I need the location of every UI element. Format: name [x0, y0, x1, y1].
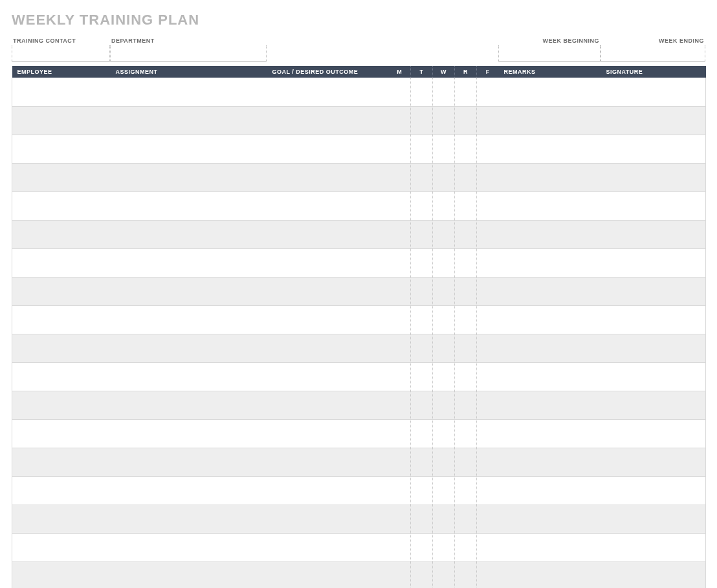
day-r-cell-input[interactable]: [459, 222, 472, 247]
employee-cell-input[interactable]: [16, 478, 107, 503]
day-t-cell-input[interactable]: [415, 336, 428, 361]
day-r-cell-input[interactable]: [459, 535, 472, 560]
day-r-cell-input[interactable]: [459, 165, 472, 190]
day-m-cell-input[interactable]: [393, 421, 407, 446]
employee-cell-input[interactable]: [16, 307, 107, 332]
day-r-cell-input[interactable]: [459, 450, 472, 475]
employee-cell-input[interactable]: [16, 336, 107, 361]
day-t-cell-input[interactable]: [415, 108, 428, 133]
goal-cell-input[interactable]: [271, 393, 385, 418]
remarks-cell-input[interactable]: [503, 279, 597, 304]
day-f-cell-input[interactable]: [481, 193, 495, 219]
goal-cell-input[interactable]: [271, 279, 385, 304]
week-beginning-input[interactable]: [498, 45, 601, 62]
day-t-cell-input[interactable]: [415, 450, 428, 475]
assignment-cell-input[interactable]: [115, 478, 263, 503]
day-m-cell-input[interactable]: [393, 450, 407, 475]
employee-cell-input[interactable]: [16, 421, 107, 446]
goal-cell-input[interactable]: [271, 307, 385, 332]
goal-cell-input[interactable]: [271, 165, 385, 190]
remarks-cell-input[interactable]: [503, 165, 597, 190]
signature-cell-input[interactable]: [605, 165, 702, 190]
remarks-cell-input[interactable]: [503, 506, 597, 532]
day-m-cell-input[interactable]: [393, 563, 407, 589]
remarks-cell-input[interactable]: [503, 450, 597, 475]
assignment-cell-input[interactable]: [115, 222, 263, 247]
assignment-cell-input[interactable]: [115, 535, 263, 560]
day-t-cell-input[interactable]: [415, 478, 428, 503]
day-r-cell-input[interactable]: [459, 136, 472, 162]
day-t-cell-input[interactable]: [415, 506, 428, 532]
goal-cell-input[interactable]: [271, 450, 385, 475]
employee-cell-input[interactable]: [16, 563, 107, 589]
day-m-cell-input[interactable]: [393, 108, 407, 133]
day-f-cell-input[interactable]: [481, 364, 495, 389]
day-f-cell-input[interactable]: [481, 79, 495, 105]
day-f-cell-input[interactable]: [481, 279, 495, 304]
day-m-cell-input[interactable]: [393, 279, 407, 304]
day-w-cell-input[interactable]: [437, 136, 450, 162]
day-r-cell-input[interactable]: [459, 364, 472, 389]
training-contact-input[interactable]: [12, 45, 110, 62]
assignment-cell-input[interactable]: [115, 307, 263, 332]
day-m-cell-input[interactable]: [393, 478, 407, 503]
day-w-cell-input[interactable]: [437, 222, 450, 247]
assignment-cell-input[interactable]: [115, 250, 263, 276]
employee-cell-input[interactable]: [16, 165, 107, 190]
day-f-cell-input[interactable]: [481, 222, 495, 247]
remarks-cell-input[interactable]: [503, 222, 597, 247]
employee-cell-input[interactable]: [16, 279, 107, 304]
assignment-cell-input[interactable]: [115, 136, 263, 162]
remarks-cell-input[interactable]: [503, 336, 597, 361]
day-f-cell-input[interactable]: [481, 393, 495, 418]
day-w-cell-input[interactable]: [437, 79, 450, 105]
day-f-cell-input[interactable]: [481, 478, 495, 503]
goal-cell-input[interactable]: [271, 506, 385, 532]
day-w-cell-input[interactable]: [437, 108, 450, 133]
goal-cell-input[interactable]: [271, 336, 385, 361]
goal-cell-input[interactable]: [271, 535, 385, 560]
signature-cell-input[interactable]: [605, 364, 702, 389]
signature-cell-input[interactable]: [605, 108, 702, 133]
employee-cell-input[interactable]: [16, 506, 107, 532]
day-f-cell-input[interactable]: [481, 108, 495, 133]
goal-cell-input[interactable]: [271, 136, 385, 162]
signature-cell-input[interactable]: [605, 79, 702, 105]
signature-cell-input[interactable]: [605, 506, 702, 532]
day-m-cell-input[interactable]: [393, 136, 407, 162]
day-r-cell-input[interactable]: [459, 478, 472, 503]
remarks-cell-input[interactable]: [503, 250, 597, 276]
employee-cell-input[interactable]: [16, 364, 107, 389]
assignment-cell-input[interactable]: [115, 563, 263, 589]
day-m-cell-input[interactable]: [393, 250, 407, 276]
day-m-cell-input[interactable]: [393, 393, 407, 418]
assignment-cell-input[interactable]: [115, 193, 263, 219]
day-t-cell-input[interactable]: [415, 165, 428, 190]
day-t-cell-input[interactable]: [415, 563, 428, 589]
day-m-cell-input[interactable]: [393, 535, 407, 560]
day-t-cell-input[interactable]: [415, 307, 428, 332]
day-f-cell-input[interactable]: [481, 506, 495, 532]
remarks-cell-input[interactable]: [503, 79, 597, 105]
day-r-cell-input[interactable]: [459, 393, 472, 418]
day-m-cell-input[interactable]: [393, 193, 407, 219]
day-f-cell-input[interactable]: [481, 250, 495, 276]
day-w-cell-input[interactable]: [437, 193, 450, 219]
day-w-cell-input[interactable]: [437, 165, 450, 190]
goal-cell-input[interactable]: [271, 364, 385, 389]
assignment-cell-input[interactable]: [115, 79, 263, 105]
day-r-cell-input[interactable]: [459, 108, 472, 133]
day-f-cell-input[interactable]: [481, 336, 495, 361]
remarks-cell-input[interactable]: [503, 193, 597, 219]
signature-cell-input[interactable]: [605, 336, 702, 361]
assignment-cell-input[interactable]: [115, 393, 263, 418]
day-t-cell-input[interactable]: [415, 421, 428, 446]
signature-cell-input[interactable]: [605, 250, 702, 276]
day-r-cell-input[interactable]: [459, 307, 472, 332]
day-m-cell-input[interactable]: [393, 307, 407, 332]
day-t-cell-input[interactable]: [415, 193, 428, 219]
goal-cell-input[interactable]: [271, 79, 385, 105]
remarks-cell-input[interactable]: [503, 364, 597, 389]
signature-cell-input[interactable]: [605, 478, 702, 503]
day-w-cell-input[interactable]: [437, 336, 450, 361]
